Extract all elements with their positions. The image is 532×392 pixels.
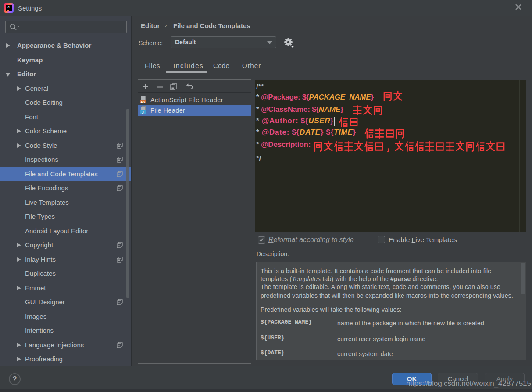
svg-text:J: J	[142, 110, 143, 114]
svg-text:AS: AS	[140, 100, 145, 104]
